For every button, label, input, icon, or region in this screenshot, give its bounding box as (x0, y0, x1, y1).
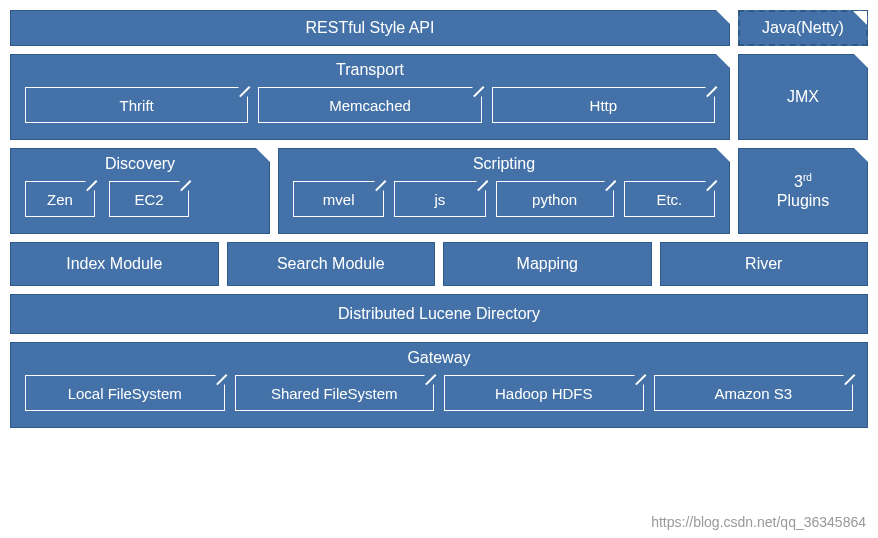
scripting-item-mvel: mvel (293, 181, 384, 217)
row-lucene: Distributed Lucene Directory (10, 294, 868, 334)
jmx-label: JMX (787, 88, 819, 106)
plugins-line1: 3rd (794, 172, 812, 191)
plugins-block: 3rd Plugins (738, 148, 868, 234)
gateway-item-s3: Amazon S3 (654, 375, 854, 411)
gateway-item-shared: Shared FileSystem (235, 375, 435, 411)
lucene-block: Distributed Lucene Directory (10, 294, 868, 334)
gateway-item-local: Local FileSystem (25, 375, 225, 411)
transport-item-memcached: Memcached (258, 87, 481, 123)
java-netty-block: Java(Netty) (738, 10, 868, 46)
scripting-title: Scripting (473, 149, 535, 181)
watermark-text: https://blog.csdn.net/qq_36345864 (651, 514, 866, 530)
row-restful-java: RESTful Style API Java(Netty) (10, 10, 868, 46)
scripting-block: Scripting mvel js python Etc. (278, 148, 730, 234)
index-module-block: Index Module (10, 242, 219, 286)
transport-items: Thrift Memcached Http (11, 87, 729, 133)
discovery-items: Zen EC2 (11, 181, 269, 227)
mapping-block: Mapping (443, 242, 652, 286)
scripting-items: mvel js python Etc. (279, 181, 729, 227)
river-block: River (660, 242, 869, 286)
restful-api-block: RESTful Style API (10, 10, 730, 46)
gateway-item-hadoop: Hadoop HDFS (444, 375, 644, 411)
search-module-block: Search Module (227, 242, 436, 286)
scripting-item-etc: Etc. (624, 181, 715, 217)
restful-label: RESTful Style API (306, 19, 435, 37)
scripting-item-python: python (496, 181, 614, 217)
plugins-line2: Plugins (777, 192, 829, 210)
architecture-diagram: RESTful Style API Java(Netty) Transport … (10, 10, 868, 428)
discovery-title: Discovery (105, 149, 175, 181)
lucene-label: Distributed Lucene Directory (338, 305, 540, 323)
row-transport-jmx: Transport Thrift Memcached Http JMX (10, 54, 868, 140)
transport-block: Transport Thrift Memcached Http (10, 54, 730, 140)
row-modules: Index Module Search Module Mapping River (10, 242, 868, 286)
gateway-block: Gateway Local FileSystem Shared FileSyst… (10, 342, 868, 428)
scripting-item-js: js (394, 181, 485, 217)
transport-title: Transport (336, 55, 404, 87)
discovery-item-zen: Zen (25, 181, 95, 217)
discovery-item-ec2: EC2 (109, 181, 189, 217)
gateway-items: Local FileSystem Shared FileSystem Hadoo… (11, 375, 867, 421)
row-gateway: Gateway Local FileSystem Shared FileSyst… (10, 342, 868, 428)
transport-item-thrift: Thrift (25, 87, 248, 123)
jmx-block: JMX (738, 54, 868, 140)
java-netty-label: Java(Netty) (762, 19, 844, 37)
row-discovery-scripting-plugins: Discovery Zen EC2 Scripting mvel js pyth… (10, 148, 868, 234)
gateway-title: Gateway (407, 343, 470, 375)
transport-item-http: Http (492, 87, 715, 123)
discovery-block: Discovery Zen EC2 (10, 148, 270, 234)
